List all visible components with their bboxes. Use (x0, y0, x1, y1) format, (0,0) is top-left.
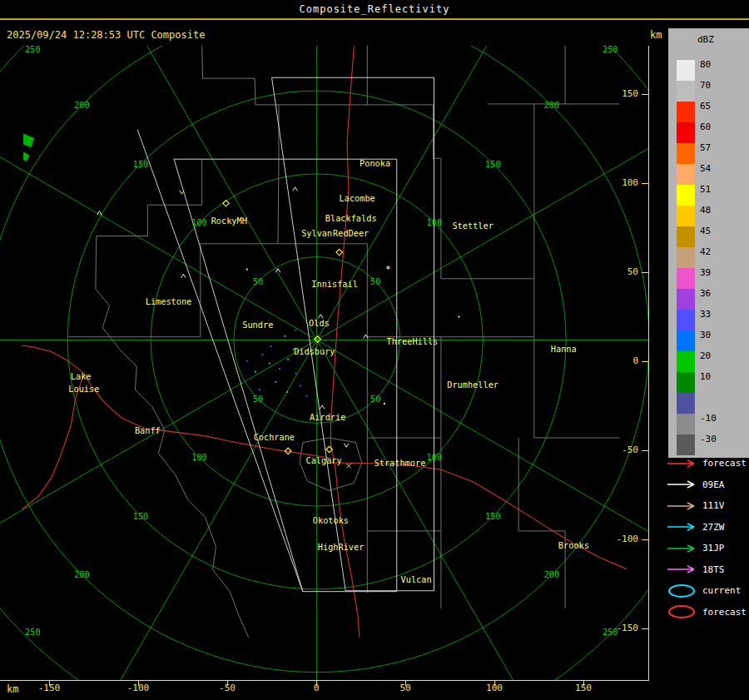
county-boundary-line (367, 105, 433, 158)
colorbar-segment (677, 247, 695, 268)
map-legend: forecast09EA111V27ZW31JP18TScurrentforec… (666, 453, 749, 623)
range-ring-label: 150 (485, 159, 501, 169)
colorbar-segment (677, 289, 695, 310)
range-ring-label: 250 (603, 46, 618, 54)
radar-map[interactable]: 5050505010010010010015015015015020020020… (0, 46, 649, 680)
precip-echo-dot (275, 381, 276, 383)
colorbar-value-label: 36 (700, 288, 728, 299)
legend-item-27ZW: 27ZW (666, 517, 749, 539)
colorbar-segment (677, 164, 695, 185)
legend-item-18TS: 18TS (666, 559, 749, 581)
colorbar-segment (677, 206, 695, 226)
range-ring-label: 50 (253, 276, 263, 286)
legend-arrow-icon (666, 498, 699, 514)
precip-echo-dot (261, 354, 263, 355)
asterisk-marker: * (385, 264, 391, 275)
right-axis-label: 150 (600, 88, 638, 100)
bottom-axis-line (0, 680, 649, 681)
window-titlebar: Composite_Reflectivity (0, 0, 749, 18)
city-label: Calgary (305, 455, 341, 465)
city-label: Stettler (452, 221, 493, 231)
colorbar-value-label: 39 (700, 267, 728, 278)
city-label: RockyMH (211, 216, 247, 226)
radial-line (109, 46, 316, 340)
legend-arrow-icon (666, 561, 699, 578)
colorbar-title: dBZ (697, 34, 714, 45)
legend-item-forecast: forecast (666, 453, 749, 474)
colorbar-value-label: -30 (700, 434, 728, 444)
range-ring-label: 100 (427, 217, 443, 227)
colorbar-segment (677, 330, 695, 351)
colorbar-value-label: 33 (700, 309, 728, 320)
city-label: Limestone (146, 296, 192, 306)
colorbar-value-label: 48 (700, 205, 728, 216)
colorbar-segment (677, 60, 695, 81)
right-axis-label: -50 (600, 444, 638, 456)
colorbar-value-label: 20 (700, 350, 728, 361)
precip-echo-dot (270, 345, 272, 347)
colorbar: 80706560575451484542393633302010-10-30 (677, 60, 695, 455)
precip-echo-dot (246, 360, 248, 362)
title-separator-line (0, 18, 749, 20)
bottom-axis-tick (138, 680, 139, 686)
city-label: Lake (71, 371, 92, 381)
right-axis-label: -150 (600, 623, 638, 634)
precip-echo-patch (23, 152, 29, 161)
city-label: Cochrane (254, 432, 295, 442)
x-marker (346, 464, 351, 469)
radial-line (0, 340, 317, 547)
colorbar-segment (677, 226, 695, 247)
right-axis-tick (642, 94, 648, 95)
city-label: Innisfail (311, 279, 358, 289)
precip-echo-dot (300, 385, 301, 387)
city-label: Blackfalds (325, 213, 377, 223)
datetime-label: 2025/09/24 12:28:53 UTC Composite (7, 29, 205, 41)
right-axis-tick (642, 272, 648, 273)
city-label: Strathmore (374, 458, 426, 468)
city-label: Olds (309, 318, 330, 328)
colorbar-segment (677, 351, 695, 372)
city-label: Okotoks (313, 515, 349, 525)
colorbar-value-label: -10 (700, 413, 728, 424)
right-axis-tick (642, 450, 648, 451)
radial-line (317, 340, 524, 680)
city-label: Ponoka (360, 158, 390, 168)
legend-item-forecast: forecast (666, 602, 749, 623)
dot-marker (246, 269, 248, 271)
caret-marker (320, 405, 325, 410)
bottom-axis-tick (227, 680, 228, 686)
legend-item-31JP: 31JP (666, 538, 749, 559)
city-label: Banff (135, 425, 161, 435)
colorbar-value-label: 65 (700, 101, 728, 112)
range-ring-label: 150 (133, 511, 149, 521)
range-ring-label: 200 (74, 569, 90, 579)
unit-label-bottom-left: km (7, 683, 18, 695)
legend-arrow-icon (666, 519, 699, 535)
colorbar-value-label: 54 (700, 163, 728, 174)
colorbar-segment (677, 372, 695, 393)
bottom-axis-tick (494, 680, 495, 686)
range-ring-label: 250 (25, 627, 41, 637)
right-axis-label: 50 (600, 266, 638, 278)
right-axis-label: -100 (600, 534, 638, 545)
vee-marker (344, 444, 349, 448)
right-axis-tick (642, 628, 648, 629)
colorbar-value-label: 42 (700, 246, 728, 257)
legend-label: 09EA (702, 479, 725, 490)
caret-marker (293, 187, 298, 191)
range-ring (0, 46, 649, 680)
precip-echo-dot (259, 389, 260, 390)
city-label: RedDeer (333, 228, 369, 238)
right-axis-tick (642, 183, 648, 184)
city-label: Drumheller (447, 380, 499, 390)
colorbar-segment (677, 122, 695, 143)
colorbar-segment (677, 102, 695, 122)
city-label: Hanna (551, 344, 577, 354)
city-label: Sylvan (301, 228, 332, 238)
legend-label: 18TS (702, 564, 725, 575)
legend-label: 111V (702, 500, 725, 511)
legend-label: 31JP (702, 543, 725, 554)
city-label: HighRiver (318, 542, 365, 552)
site-diamond-marker (336, 249, 342, 255)
highway-line (22, 374, 84, 509)
